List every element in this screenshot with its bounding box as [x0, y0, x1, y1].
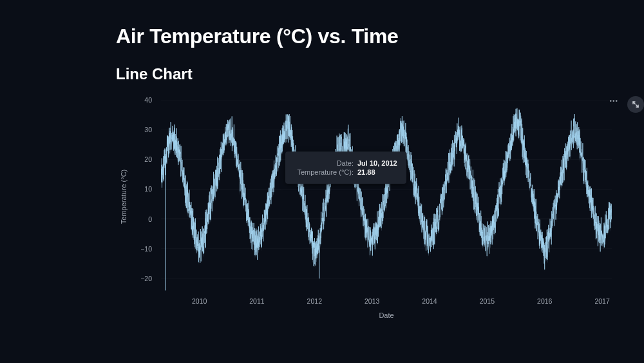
plot-area[interactable]: Date: Jul 10, 2012 Temperature (°C): 21.… [161, 100, 612, 293]
y-tick: 40 [144, 96, 152, 104]
x-tick: 2017 [594, 297, 609, 305]
chart-container: ••• Temperature (°C) −20−10010203040 Dat… [116, 93, 618, 326]
tooltip: Date: Jul 10, 2012 Temperature (°C): 21.… [285, 152, 406, 184]
expand-button[interactable] [627, 96, 644, 113]
page-title: Air Temperature (°C) vs. Time [116, 25, 644, 48]
x-tick: 2013 [365, 297, 379, 305]
x-tick: 2015 [480, 297, 495, 305]
x-tick: 2014 [422, 297, 437, 305]
x-tick: 2010 [192, 297, 207, 305]
tooltip-date-value: Jul 10, 2012 [357, 159, 397, 167]
y-tick: 30 [144, 126, 152, 133]
y-axis-label: Temperature (°C) [120, 170, 128, 224]
chart-subtitle: Line Chart [116, 65, 644, 83]
x-tick: 2016 [537, 297, 552, 305]
y-tick: −10 [140, 245, 152, 253]
y-tick: 10 [144, 185, 152, 193]
x-tick: 2012 [307, 297, 322, 305]
y-tick: −20 [140, 275, 152, 282]
y-tick: 0 [148, 215, 152, 223]
y-axis: Temperature (°C) −20−10010203040 [116, 100, 161, 293]
tooltip-temp-value: 21.88 [357, 168, 375, 176]
tooltip-temp-label: Temperature (°C): [294, 168, 354, 176]
y-tick: 20 [144, 155, 152, 163]
x-axis-label: Date [379, 311, 393, 319]
x-tick: 2011 [249, 297, 264, 305]
tooltip-date-label: Date: [294, 159, 354, 167]
expand-icon [632, 101, 639, 108]
chart-svg [161, 100, 612, 293]
